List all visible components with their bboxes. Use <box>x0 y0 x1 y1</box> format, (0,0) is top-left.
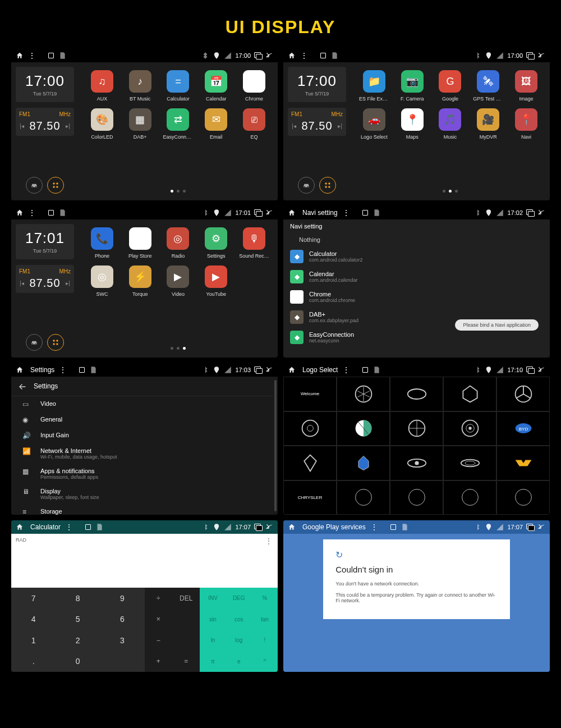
recents-icon[interactable] <box>526 524 534 530</box>
apps-mode-button[interactable] <box>47 177 64 194</box>
app-mydvr[interactable]: 🎥 MyDVR <box>473 108 503 140</box>
back-icon[interactable] <box>265 209 273 217</box>
home-icon[interactable] <box>16 209 24 217</box>
calc-key-−[interactable]: − <box>145 630 172 651</box>
settings-item[interactable]: ▦ Apps & notificationsPermissions, defau… <box>11 464 273 484</box>
apps-mode-button[interactable] <box>47 334 64 351</box>
back-icon[interactable] <box>537 209 545 217</box>
window-icon[interactable] <box>48 210 54 216</box>
logo-cell-2[interactable] <box>390 377 443 411</box>
back-icon[interactable] <box>537 366 545 374</box>
settings-item[interactable]: ◉ General <box>11 412 273 428</box>
calc-key-tan[interactable]: tan <box>252 609 278 630</box>
app-sound-rec-[interactable]: 🎙 Sound Rec… <box>239 227 269 259</box>
recents-icon[interactable] <box>526 209 534 216</box>
calc-key-=[interactable]: = <box>172 651 200 672</box>
calc-key-×[interactable]: × <box>145 609 172 630</box>
seek-down-icon[interactable]: |◂ <box>19 123 25 129</box>
logo-cell-11[interactable] <box>337 446 390 480</box>
home-icon[interactable] <box>16 52 24 59</box>
app-play-store[interactable]: ▶ Play Store <box>125 227 155 259</box>
calc-key-6[interactable]: 6 <box>100 609 144 630</box>
calc-key-3[interactable]: 3 <box>100 630 144 651</box>
recents-icon[interactable] <box>254 52 262 59</box>
settings-item[interactable]: 🖥 DisplayWallpaper, sleep, font size <box>11 484 273 504</box>
seek-up-icon[interactable]: ▸| <box>337 123 343 129</box>
window-icon[interactable] <box>320 53 326 58</box>
calc-key-DEL[interactable]: DEL <box>172 588 200 609</box>
window-icon[interactable] <box>48 53 54 58</box>
menu-icon[interactable]: ⋮ <box>370 524 378 530</box>
seek-up-icon[interactable]: ▸| <box>65 280 71 286</box>
clock-widget[interactable]: 17:00 Tue 5/7/19 <box>16 67 74 102</box>
recents-icon[interactable] <box>254 367 262 373</box>
rad-label[interactable]: RAD <box>16 537 26 543</box>
logo-cell-16[interactable] <box>337 480 390 515</box>
settings-item[interactable]: 📶 Network & InternetWi-Fi, mobile, data … <box>11 443 273 464</box>
calc-key-+[interactable]: + <box>145 651 172 672</box>
menu-icon[interactable]: ⋮ <box>300 53 308 58</box>
app-youtube[interactable]: ▶ YouTube <box>201 265 231 297</box>
app-gps-test-pl-[interactable]: 🛰 GPS Test Pl… <box>473 70 503 102</box>
settings-item[interactable]: 🔊 Input Gain <box>11 428 273 443</box>
calc-key-5[interactable]: 5 <box>56 609 100 630</box>
app-bt-music[interactable]: ♪ BT Music <box>125 70 155 102</box>
calc-key-.[interactable]: . <box>11 651 56 672</box>
app-torque[interactable]: ⚡ Torque <box>125 265 155 297</box>
logo-cell-4[interactable] <box>496 377 550 411</box>
logo-cell-8[interactable] <box>443 411 496 446</box>
back-icon[interactable] <box>265 523 273 531</box>
navi-item[interactable]: ◆ Chromecom.android.chrome <box>283 287 550 307</box>
app-google[interactable]: G Google <box>435 70 465 102</box>
settings-item[interactable]: ≡ Storage <box>11 504 273 515</box>
window-icon[interactable] <box>362 210 368 216</box>
menu-icon[interactable]: ⋮ <box>342 367 350 373</box>
logo-cell-9[interactable]: BYD <box>496 411 550 446</box>
logo-cell-17[interactable] <box>390 480 443 515</box>
app-settings[interactable]: ⚙ Settings <box>201 227 231 259</box>
radio-widget[interactable]: FM1MHz |◂87.50▸| <box>288 108 346 136</box>
calc-key-ln[interactable]: ln <box>200 630 226 651</box>
recents-icon[interactable] <box>254 209 262 216</box>
menu-icon[interactable]: ⋮ <box>28 210 36 216</box>
calc-key-0[interactable]: 0 <box>56 651 100 672</box>
calc-key-π[interactable]: π <box>200 651 226 672</box>
logo-cell-19[interactable] <box>496 480 550 515</box>
window-icon[interactable] <box>79 367 85 373</box>
calc-key-÷[interactable]: ÷ <box>145 588 172 609</box>
logo-cell-15[interactable]: CHRYSLER <box>283 480 337 515</box>
calc-key-e[interactable]: e <box>226 651 252 672</box>
calc-key-9[interactable]: 9 <box>100 588 144 609</box>
app-es-file-expl-[interactable]: 📁 ES File Expl… <box>359 70 389 102</box>
app-navi[interactable]: 📍 Navi <box>511 108 541 140</box>
menu-icon[interactable]: ⋮ <box>59 367 67 373</box>
app-dab-[interactable]: ▦ DAB+ <box>125 108 155 140</box>
calc-key-1[interactable]: 1 <box>11 630 56 651</box>
back-icon[interactable] <box>537 52 545 59</box>
app-music[interactable]: 🎵 Music <box>435 108 465 140</box>
home-icon[interactable] <box>16 523 24 531</box>
logo-cell-13[interactable] <box>443 446 496 480</box>
logo-cell-5[interactable] <box>283 411 337 446</box>
back-icon[interactable] <box>265 366 273 374</box>
home-icon[interactable] <box>16 366 24 374</box>
app-calculator[interactable]: = Calculator <box>163 70 193 102</box>
calc-key-![interactable]: ! <box>252 630 278 651</box>
window-icon[interactable] <box>362 367 368 373</box>
navi-nothing[interactable]: Nothing <box>283 233 550 246</box>
window-icon[interactable] <box>85 524 91 530</box>
seek-down-icon[interactable]: |◂ <box>291 123 297 129</box>
window-icon[interactable] <box>390 524 396 530</box>
home-icon[interactable] <box>288 52 296 59</box>
calc-key-blank[interactable] <box>100 651 144 672</box>
recents-icon[interactable] <box>526 52 534 59</box>
calc-key-%[interactable]: % <box>252 588 278 609</box>
logo-cell-14[interactable] <box>496 446 550 480</box>
calc-key-sin[interactable]: sin <box>200 609 226 630</box>
calc-key-INV[interactable]: INV <box>200 588 226 609</box>
calc-key-7[interactable]: 7 <box>11 588 56 609</box>
calc-key-^[interactable]: ^ <box>252 651 278 672</box>
logo-cell-18[interactable] <box>443 480 496 515</box>
car-mode-button[interactable] <box>26 177 43 194</box>
app-f-camera[interactable]: 📷 F. Camera <box>397 70 427 102</box>
